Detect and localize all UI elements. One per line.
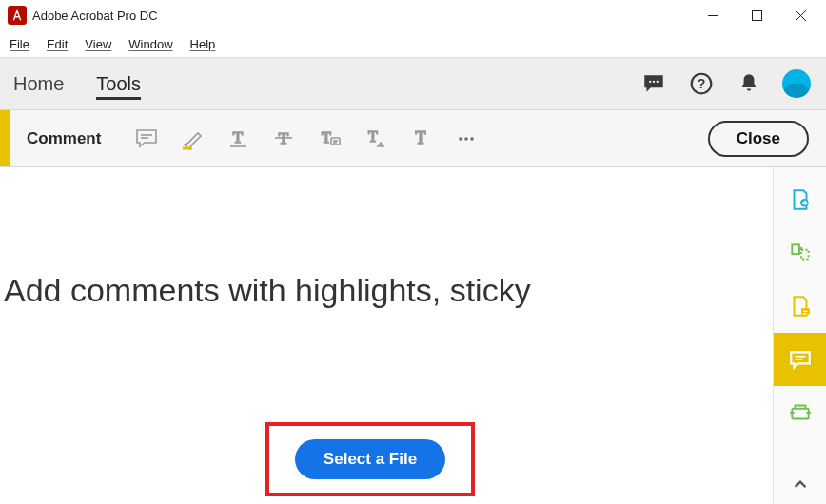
menu-window[interactable]: Window bbox=[128, 37, 172, 51]
svg-point-5 bbox=[653, 81, 655, 83]
rail-organize-icon[interactable] bbox=[774, 226, 827, 280]
chat-icon[interactable] bbox=[638, 68, 670, 100]
menu-help[interactable]: Help bbox=[190, 37, 216, 51]
rail-export-pdf-icon[interactable] bbox=[774, 173, 827, 226]
rail-edit-pdf-icon[interactable] bbox=[774, 280, 827, 333]
svg-point-6 bbox=[657, 81, 659, 83]
top-tab-bar: Home Tools ? bbox=[0, 57, 826, 110]
rail-scan-icon[interactable] bbox=[774, 386, 827, 439]
bell-icon[interactable] bbox=[733, 68, 765, 100]
window-title: Adobe Acrobat Pro DC bbox=[32, 9, 158, 23]
main-content: Add comments with highlights, sticky Sel… bbox=[0, 167, 773, 504]
svg-rect-1 bbox=[752, 10, 761, 20]
tab-home[interactable]: Home bbox=[13, 58, 64, 109]
text-comment-icon[interactable]: T bbox=[306, 116, 352, 162]
svg-rect-25 bbox=[792, 244, 799, 254]
window-maximize-button[interactable] bbox=[735, 1, 778, 29]
help-icon[interactable]: ? bbox=[685, 68, 718, 100]
svg-rect-26 bbox=[801, 250, 809, 260]
page-headline: Add comments with highlights, sticky bbox=[0, 167, 773, 309]
svg-rect-30 bbox=[792, 409, 808, 419]
more-tools-icon[interactable] bbox=[443, 116, 489, 162]
text-tool-icon[interactable]: T bbox=[398, 116, 443, 162]
menu-edit[interactable]: Edit bbox=[47, 37, 68, 51]
sticky-note-icon[interactable] bbox=[124, 116, 169, 162]
svg-text:T: T bbox=[323, 129, 332, 145]
select-file-button[interactable]: Select a File bbox=[295, 439, 445, 479]
rail-collapse-icon[interactable] bbox=[774, 466, 827, 504]
comment-toolbar: Comment T T T T T Close bbox=[0, 110, 826, 167]
svg-point-23 bbox=[471, 137, 475, 141]
svg-text:T: T bbox=[416, 128, 426, 147]
account-avatar[interactable] bbox=[780, 68, 813, 100]
svg-point-21 bbox=[460, 137, 463, 141]
window-titlebar: Adobe Acrobat Pro DC bbox=[0, 0, 826, 30]
toolbar-title: Comment bbox=[27, 129, 101, 148]
svg-text:?: ? bbox=[698, 76, 706, 91]
select-file-highlight-box: Select a File bbox=[266, 422, 475, 496]
svg-point-4 bbox=[649, 81, 651, 83]
menu-view[interactable]: View bbox=[85, 37, 111, 51]
acrobat-app-icon bbox=[8, 6, 27, 25]
close-tool-button[interactable]: Close bbox=[708, 121, 809, 157]
menu-bar: File Edit View Window Help bbox=[0, 30, 826, 57]
menu-file[interactable]: File bbox=[10, 37, 30, 51]
text-insert-icon[interactable]: T bbox=[352, 116, 398, 162]
text-underline-icon[interactable]: T bbox=[215, 116, 261, 162]
svg-point-22 bbox=[465, 137, 469, 141]
highlight-icon[interactable] bbox=[169, 116, 215, 162]
svg-text:T: T bbox=[369, 128, 379, 145]
comment-accent-stripe bbox=[0, 110, 10, 166]
tab-tools[interactable]: Tools bbox=[96, 58, 141, 109]
window-close-button[interactable] bbox=[778, 1, 822, 29]
window-minimize-button[interactable] bbox=[691, 1, 735, 29]
rail-comment-icon[interactable] bbox=[774, 333, 827, 386]
right-tool-rail bbox=[773, 167, 826, 504]
text-strikethrough-icon[interactable]: T bbox=[261, 116, 306, 162]
svg-text:T: T bbox=[233, 128, 244, 146]
